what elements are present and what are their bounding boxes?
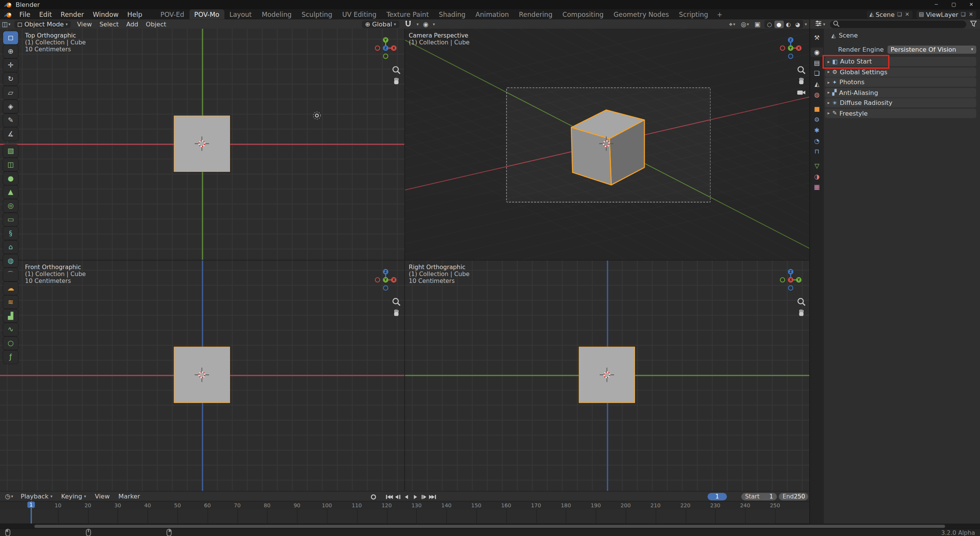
transport-play-button[interactable] [411, 493, 419, 501]
timeline-ruler[interactable]: 1020304050607080901001101201301401501601… [0, 501, 809, 509]
tool-add-polygon[interactable]: ○ [3, 337, 18, 350]
new-scene-button[interactable]: ❏ [897, 11, 903, 17]
timeline-editor-dropdown[interactable]: ◷ ▾ [3, 493, 15, 500]
minimize-button[interactable]: ─ [928, 0, 945, 9]
panel-diffuse-radiosity[interactable]: ▸☀Diffuse Radiosity [825, 98, 976, 107]
tool-add-rainbow[interactable]: ⌒ [3, 268, 18, 281]
properties-tab-texture[interactable]: ▦ [811, 182, 823, 191]
tool-add-cone[interactable]: ▲ [3, 186, 18, 199]
tool-add-superellipsoid[interactable]: ◍ [3, 254, 18, 267]
properties-tab-object[interactable]: ■ [811, 104, 823, 113]
snapping-dropdown[interactable]: ▾ [416, 21, 418, 26]
properties-tab-object-data[interactable]: ▽ [811, 161, 823, 170]
scrollbar-thumb[interactable] [34, 525, 945, 528]
properties-tab-world[interactable]: ◍ [811, 90, 823, 99]
viewport-menu-select[interactable]: Select [96, 20, 122, 29]
tool-add-spring[interactable]: ∿ [3, 323, 18, 336]
new-viewlayer-button[interactable]: ❏ [960, 11, 966, 17]
properties-tab-tool[interactable]: ⚒ [811, 33, 823, 42]
3d-cursor[interactable] [598, 136, 614, 152]
navigation-gizmo[interactable]: ZXY [778, 36, 803, 60]
tool-annotate[interactable]: ✎ [3, 114, 18, 127]
tool-add-lathe[interactable]: § [3, 227, 18, 240]
properties-tab-scene[interactable]: ◭ [811, 79, 823, 88]
transport-play-reverse-button[interactable] [402, 493, 410, 501]
menu-help[interactable]: Help [123, 9, 147, 19]
viewport-top[interactable]: Top Orthographic(1) Collection | Cube10 … [0, 29, 404, 260]
shading-solid-button[interactable]: ● [774, 20, 783, 28]
workspace-tab-pov-mo[interactable]: POV-Mo [189, 9, 224, 19]
3d-cursor[interactable] [599, 367, 615, 383]
viewlayer-selector[interactable]: ▤ ViewLayer ❏ ✕ [916, 10, 977, 18]
transport-jump-to-next-keyframe-button[interactable] [420, 493, 428, 501]
timeline-menu-marker[interactable]: Marker [114, 491, 144, 501]
tool-cursor[interactable]: ⊕ [3, 45, 18, 58]
properties-editor-dropdown[interactable]: ▾ [813, 20, 827, 29]
editor-type-dropdown[interactable]: ◫ ▾ [0, 21, 12, 28]
tool-add-heightfield[interactable]: ▟ [3, 309, 18, 322]
render-engine-dropdown[interactable]: Persistence Of Vision ▾ [887, 45, 976, 53]
properties-tab-render[interactable]: ◉ [811, 47, 823, 57]
playhead-frame-badge[interactable]: 1 [27, 502, 35, 508]
scene-selector[interactable]: ◭ Scene ❏ ✕ [867, 10, 912, 18]
workspace-tab-shading[interactable]: Shading [434, 9, 470, 19]
shading-dropdown[interactable]: ▾ [805, 21, 807, 26]
remove-viewlayer-button[interactable]: ✕ [968, 11, 974, 17]
viewport-front[interactable]: Front Orthographic(1) Collection | Cube1… [0, 260, 404, 491]
tool-add-plane[interactable]: ▭ [3, 213, 18, 226]
properties-tab-material[interactable]: ◑ [811, 172, 823, 181]
add-workspace-button[interactable]: + [713, 9, 726, 19]
navigation-gizmo[interactable]: ZXY [373, 267, 398, 292]
properties-search-input[interactable] [830, 20, 966, 28]
tool-add-isosurface[interactable]: ≋ [3, 296, 18, 309]
menu-edit[interactable]: Edit [35, 9, 56, 19]
filter-icon[interactable] [969, 20, 977, 29]
navigation-gizmo[interactable]: YXZ [373, 36, 398, 60]
zoom-icon[interactable] [796, 65, 806, 75]
viewport-camera[interactable]: Camera Perspective(1) Collection | CubeZ… [405, 29, 809, 260]
mode-dropdown[interactable]: ◻ Object Mode ▾ [14, 20, 71, 28]
close-button[interactable]: ✕ [962, 0, 980, 9]
zoom-icon[interactable] [391, 65, 401, 75]
xray-toggle[interactable]: ▣ [753, 21, 762, 28]
gizmos-dropdown[interactable]: ⌖ ▾ [727, 20, 737, 28]
transport-jump-to-start-button[interactable] [385, 493, 393, 501]
properties-tab-constraints[interactable]: ⊓ [811, 147, 823, 156]
navigation-gizmo[interactable]: ZYX [778, 267, 803, 292]
pan-hand-icon[interactable] [391, 76, 401, 86]
menu-window[interactable]: Window [88, 9, 123, 19]
timeline-tracks[interactable] [0, 509, 809, 524]
pan-hand-icon[interactable] [391, 308, 401, 318]
tool-add-cylinder[interactable]: ◫ [3, 158, 18, 171]
workspace-tab-sculpting[interactable]: Sculpting [297, 9, 337, 19]
tool-add-cube[interactable]: ▧ [3, 144, 18, 157]
panel-auto-start[interactable]: ▸◧Auto Start [825, 57, 976, 66]
shading-material-preview-button[interactable]: ◐ [784, 20, 793, 28]
viewport-menu-add[interactable]: Add [122, 20, 142, 29]
workspace-tab-compositing[interactable]: Compositing [557, 9, 609, 19]
maximize-button[interactable]: ▢ [945, 0, 963, 9]
panel-freestyle[interactable]: ▸✎Freestyle [825, 108, 976, 118]
timeline-menu-view[interactable]: View [90, 491, 114, 501]
workspace-tab-pov-ed[interactable]: POV-Ed [155, 9, 189, 19]
unlink-scene-button[interactable]: ✕ [904, 11, 910, 17]
tool-add-sphere[interactable]: ● [3, 172, 18, 185]
blender-menu-button[interactable] [0, 11, 15, 18]
timeline-menu-keying[interactable]: Keying▾ [57, 491, 90, 501]
tool-add-prism[interactable]: ⌂ [3, 240, 18, 253]
workspace-tab-animation[interactable]: Animation [470, 9, 514, 19]
properties-tab-output[interactable]: ▤ [811, 58, 823, 67]
tool-measure[interactable]: ∡ [3, 127, 18, 141]
transform-orientation-dropdown[interactable]: ⊕ Global ▾ [362, 20, 399, 28]
camera-view-icon[interactable] [796, 87, 806, 97]
properties-tab-particles[interactable]: ✱ [811, 126, 823, 135]
point-light-object[interactable] [311, 110, 322, 121]
menu-file[interactable]: File [15, 9, 35, 19]
workspace-tab-texture-paint[interactable]: Texture Paint [381, 9, 434, 19]
shading-rendered-button[interactable]: ◕ [793, 20, 802, 28]
horizontal-scrollbar[interactable] [0, 523, 980, 528]
frame-end-field[interactable]: End 250 [779, 493, 808, 500]
viewport-menu-view[interactable]: View [74, 20, 96, 29]
transport-jump-to-end-button[interactable] [429, 493, 437, 501]
frame-start-field[interactable]: Start 1 [741, 493, 777, 500]
